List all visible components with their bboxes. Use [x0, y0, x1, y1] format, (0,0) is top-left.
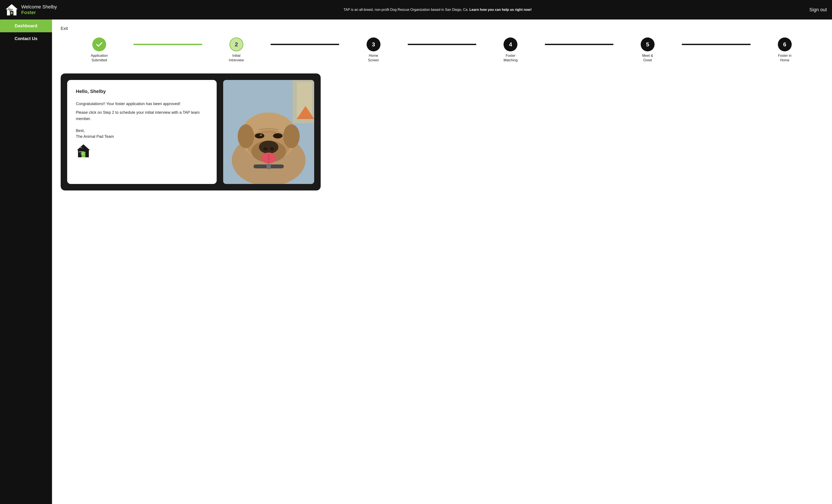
svg-point-25 — [273, 133, 283, 138]
step-1[interactable]: ApplicationSubmitted — [65, 37, 133, 63]
svg-text:ANIMAL: ANIMAL — [79, 151, 85, 153]
connector-3-4 — [408, 44, 476, 45]
header: the ANIMAL PAD Welcome Shelby Foster TAP… — [0, 0, 832, 20]
svg-text:the: the — [80, 147, 82, 148]
exit-button[interactable]: Exit — [61, 26, 68, 31]
dog-photo-svg — [223, 80, 314, 184]
step-2-circle: 2 — [230, 37, 243, 51]
tagline-bold: Learn how you can help us right now! — [469, 8, 532, 11]
step-5[interactable]: 5 Meet &Greet — [614, 37, 682, 63]
message-signature: Best, — [76, 129, 208, 133]
message-para1: Congratulations!! Your foster applicatio… — [76, 101, 208, 107]
svg-marker-7 — [77, 144, 90, 150]
checkmark-icon — [95, 41, 103, 48]
svg-point-32 — [283, 124, 300, 148]
step-6[interactable]: 6 Foster inHome — [751, 37, 819, 63]
message-para2: Please click on Step 2 to schedule your … — [76, 109, 208, 122]
sidebar-item-contact-us[interactable]: Contact Us — [0, 32, 52, 45]
step-5-label: Meet &Greet — [642, 54, 653, 63]
step-5-circle: 5 — [641, 37, 654, 51]
message-body: Congratulations!! Your foster applicatio… — [76, 101, 208, 122]
tap-logo-icon: the ANIMAL PAD — [5, 3, 18, 16]
connector-4-5 — [545, 44, 614, 45]
step-3-label: HomeScreen — [368, 54, 379, 63]
step-4-circle: 4 — [503, 37, 517, 51]
step-3[interactable]: 3 HomeScreen — [339, 37, 408, 63]
svg-point-21 — [259, 141, 279, 154]
step-4[interactable]: 4 FosterMatching — [476, 37, 545, 63]
welcome-message: Welcome Shelby — [21, 4, 57, 10]
step-4-label: FosterMatching — [503, 54, 518, 63]
sidebar-item-dashboard[interactable]: Dashboard — [0, 20, 52, 32]
progress-steps: ApplicationSubmitted 2 InitialIntrerview… — [61, 35, 823, 65]
step-2-label: InitialIntrerview — [229, 54, 244, 63]
connector-1-2 — [133, 44, 202, 45]
sidebar: Dashboard Contact Us — [0, 20, 52, 504]
connector-5-6 — [682, 44, 750, 45]
role-label: Foster — [21, 10, 57, 16]
svg-text:PAD: PAD — [9, 10, 12, 11]
step-1-circle — [92, 37, 106, 51]
tap-logo-small: the ANIMAL PAD — [76, 143, 91, 158]
logo-text: Welcome Shelby Foster — [21, 4, 57, 16]
tagline: TAP is an all-breed, non-profit Dog Resc… — [66, 8, 809, 12]
step-1-label: ApplicationSubmitted — [91, 54, 108, 63]
step-2[interactable]: 2 InitialIntrerview — [202, 37, 270, 63]
dog-image — [223, 80, 314, 184]
svg-point-31 — [238, 124, 254, 148]
page-layout: Dashboard Contact Us Exit ApplicationSub… — [0, 20, 832, 504]
svg-rect-3 — [11, 12, 12, 14]
main-content: Exit ApplicationSubmitted 2 InitialIntre… — [52, 20, 832, 504]
svg-point-26 — [260, 134, 262, 136]
step-6-circle: 6 — [778, 37, 792, 51]
svg-point-24 — [255, 133, 264, 138]
message-team: The Animal Pad Team — [76, 134, 208, 139]
sign-out-button[interactable]: Sign out — [809, 7, 827, 12]
svg-text:PAD: PAD — [81, 153, 84, 155]
message-greeting: Hello, Shelby — [76, 89, 208, 94]
svg-point-22 — [263, 147, 267, 151]
tagline-normal: TAP is an all-breed, non-profit Dog Resc… — [344, 8, 469, 11]
step-6-label: Foster inHome — [778, 54, 791, 63]
connector-2-3 — [270, 44, 339, 45]
svg-point-23 — [270, 147, 274, 151]
content-card: Hello, Shelby Congratulations!! Your fos… — [61, 74, 321, 190]
message-card: Hello, Shelby Congratulations!! Your fos… — [67, 80, 217, 184]
step-3-circle: 3 — [367, 37, 381, 51]
logo-area: the ANIMAL PAD Welcome Shelby Foster — [5, 3, 66, 16]
svg-rect-30 — [266, 164, 271, 169]
